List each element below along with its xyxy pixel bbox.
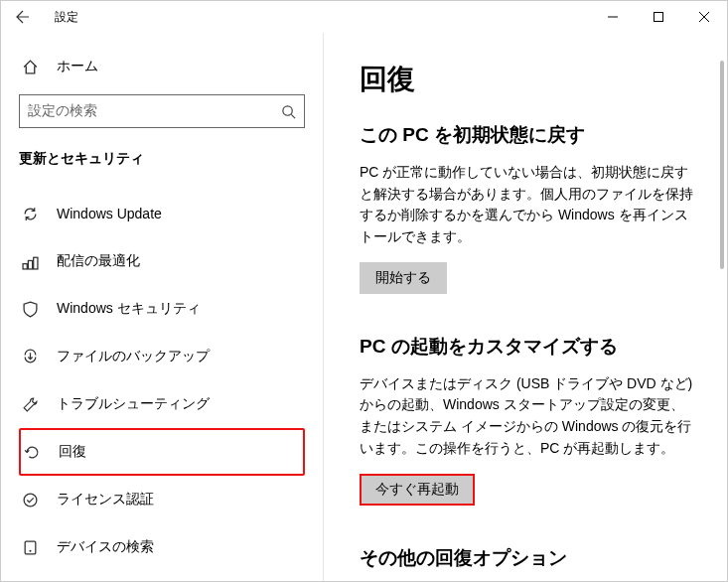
- sidebar-item-label: ファイルのバックアップ: [57, 348, 210, 365]
- find-device-icon: [21, 539, 39, 556]
- sidebar-item-windows-update[interactable]: Windows Update: [19, 190, 305, 237]
- close-button[interactable]: [681, 1, 727, 33]
- sidebar-item-troubleshoot[interactable]: トラブルシューティング: [19, 380, 305, 428]
- reset-pc-section: この PC を初期状態に戻す PC が正常に動作していない場合は、初期状態に戻す…: [360, 122, 705, 294]
- search-input[interactable]: 設定の検索: [19, 94, 305, 128]
- sidebar-item-label: デバイスの検索: [57, 538, 154, 556]
- reset-start-button[interactable]: 開始する: [360, 262, 447, 294]
- maximize-button[interactable]: [636, 1, 681, 33]
- main-content: 回復 この PC を初期状態に戻す PC が正常に動作していない場合は、初期状態…: [324, 33, 727, 581]
- window-controls: [590, 1, 727, 33]
- sidebar-item-delivery-optimization[interactable]: 配信の最適化: [19, 237, 305, 285]
- sidebar-section-title: 更新とセキュリティ: [19, 150, 305, 168]
- other-recovery-title: その他の回復オプション: [360, 545, 705, 571]
- sync-icon: [21, 206, 39, 222]
- sidebar-item-recovery[interactable]: 回復: [19, 428, 305, 476]
- advanced-startup-section: PC の起動をカスタマイズする デバイスまたはディスク (USB ドライブや D…: [360, 334, 705, 506]
- search-placeholder: 設定の検索: [28, 102, 97, 120]
- restart-now-button[interactable]: 今すぐ再起動: [360, 474, 475, 506]
- reset-pc-title: この PC を初期状態に戻す: [360, 122, 705, 148]
- sidebar-item-label: 回復: [59, 443, 86, 461]
- recovery-icon: [23, 444, 41, 461]
- minimize-button[interactable]: [590, 1, 636, 33]
- backup-icon: [21, 349, 39, 365]
- page-heading: 回復: [360, 61, 705, 98]
- scrollbar[interactable]: [720, 61, 724, 269]
- arrow-left-icon: [15, 9, 31, 25]
- svg-point-5: [24, 494, 37, 507]
- sidebar-item-label: ライセンス認証: [57, 491, 154, 509]
- activation-icon: [21, 492, 39, 509]
- maximize-icon: [654, 12, 663, 22]
- close-icon: [699, 12, 709, 22]
- svg-point-7: [29, 549, 31, 551]
- svg-rect-0: [655, 13, 663, 22]
- svg-point-1: [283, 105, 292, 114]
- titlebar: 設定: [1, 1, 727, 33]
- reset-pc-body: PC が正常に動作していない場合は、初期状態に戻すと解決する場合があります。個人…: [360, 162, 697, 248]
- minimize-icon: [608, 12, 618, 22]
- svg-rect-6: [25, 541, 36, 554]
- sidebar-item-backup[interactable]: ファイルのバックアップ: [19, 333, 305, 380]
- sidebar: ホーム 設定の検索 更新とセキュリティ Windows Update 配信の最適…: [1, 33, 324, 581]
- sidebar-item-label: Windows Update: [57, 206, 162, 221]
- svg-rect-3: [28, 260, 32, 269]
- delivery-icon: [21, 253, 39, 270]
- wrench-icon: [21, 396, 39, 413]
- sidebar-item-find-device[interactable]: デバイスの検索: [19, 523, 305, 571]
- window-title: 設定: [37, 9, 78, 26]
- sidebar-item-windows-security[interactable]: Windows セキュリティ: [19, 285, 305, 333]
- shield-icon: [21, 301, 39, 318]
- home-label: ホーム: [57, 58, 98, 75]
- search-icon: [281, 104, 296, 119]
- advanced-startup-body: デバイスまたはディスク (USB ドライブや DVD など) からの起動、Win…: [360, 373, 697, 460]
- sidebar-item-label: トラブルシューティング: [57, 395, 210, 413]
- advanced-startup-title: PC の起動をカスタマイズする: [360, 334, 705, 360]
- sidebar-item-label: 配信の最適化: [57, 252, 140, 270]
- other-recovery-section: その他の回復オプション Windows のクリーン インストールで新たに開始する…: [360, 545, 705, 582]
- back-button[interactable]: [9, 3, 37, 31]
- sidebar-item-label: Windows セキュリティ: [57, 300, 201, 318]
- svg-rect-4: [33, 257, 37, 269]
- svg-rect-2: [23, 263, 27, 268]
- home-icon: [21, 59, 39, 75]
- sidebar-item-activation[interactable]: ライセンス認証: [19, 476, 305, 523]
- home-nav[interactable]: ホーム: [19, 49, 305, 84]
